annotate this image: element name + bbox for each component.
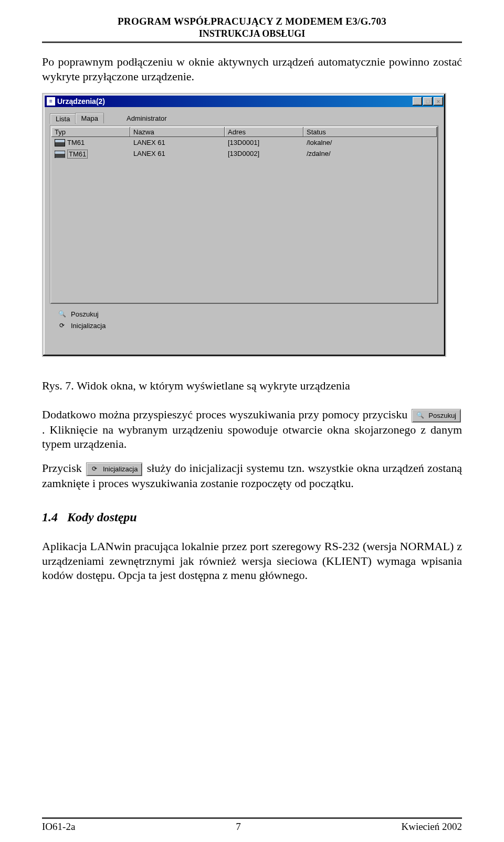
figure-caption: Rys. 7. Widok okna, w którym wyświetlane… (42, 379, 462, 393)
device-icon (55, 139, 65, 146)
search-icon: 🔍 (414, 411, 426, 420)
inicjalizacja-inline-button[interactable]: ⟳ Inicjalizacja (86, 462, 142, 476)
maximize-button[interactable]: □ (423, 97, 433, 106)
tab-mapa[interactable]: Mapa (75, 113, 104, 123)
minimize-button[interactable]: _ (413, 97, 422, 106)
paragraph-4: Aplikacja LANwin pracująca lokalnie prze… (42, 539, 462, 583)
poszukuj-inline-button[interactable]: 🔍 Poszukuj (412, 409, 461, 423)
footer-right: Kwiecień 2002 (401, 821, 462, 833)
doc-title: PROGRAM WSPÓŁPRACUJĄCY Z MODEMEM E3/G.70… (42, 16, 462, 27)
init-icon: ⟳ (89, 465, 100, 474)
init-icon: ⟳ (56, 321, 68, 330)
tab-lista[interactable]: Lista (50, 113, 76, 124)
divider (42, 41, 462, 43)
titlebar: ≡ Urządzenia(2) _ □ × (45, 96, 444, 107)
poszukuj-button[interactable]: 🔍 Poszukuj (56, 309, 438, 319)
inicjalizacja-button[interactable]: ⟳ Inicjalizacja (56, 321, 438, 330)
paragraph-1: Po poprawnym podłączeniu w oknie aktywny… (42, 55, 462, 83)
search-icon: 🔍 (56, 309, 68, 319)
window-title: Urządzenia(2) (57, 97, 412, 106)
footer-page-number: 7 (236, 821, 241, 833)
device-icon (55, 151, 65, 158)
col-typ[interactable]: Typ (51, 127, 130, 137)
doc-subtitle: INSTRUKCJA OBSŁUGI (42, 28, 462, 39)
admin-label: Administrator (127, 114, 167, 122)
devices-window: ≡ Urządzenia(2) _ □ × Lista Mapa Adminis… (42, 93, 446, 357)
table-row[interactable]: TM61 LANEX 61 [13D0002] /zdalne/ (51, 148, 437, 160)
page-footer: IO61-2a 7 Kwiecień 2002 (42, 813, 462, 833)
col-status[interactable]: Status (303, 127, 437, 137)
col-nazwa[interactable]: Nazwa (130, 127, 225, 137)
app-icon: ≡ (47, 97, 55, 106)
section-heading: 1.4 Kody dostępu (42, 510, 462, 524)
footer-left: IO61-2a (42, 821, 75, 833)
paragraph-2: Dodatkowo można przyspieszyć proces wysz… (42, 407, 462, 451)
device-table: Typ Nazwa Adres Status TM61 LANEX 61 [13… (50, 125, 438, 304)
col-adres[interactable]: Adres (225, 127, 303, 137)
table-row[interactable]: TM61 LANEX 61 [13D0001] /lokalne/ (51, 137, 437, 148)
close-button[interactable]: × (434, 97, 443, 106)
paragraph-3: Przycisk ⟳ Inicjalizacja służy do inicja… (42, 461, 462, 490)
